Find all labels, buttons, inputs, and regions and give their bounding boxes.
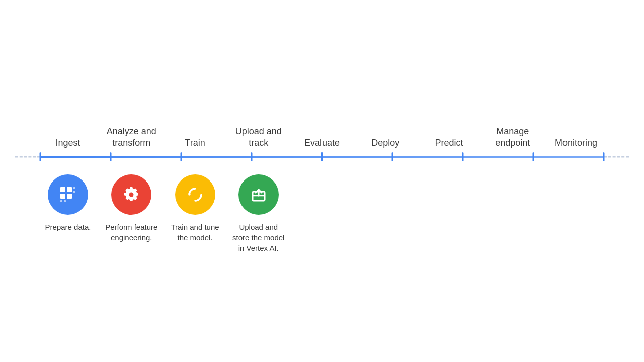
svg-rect-7 [64,200,66,202]
label-predict: Predict [422,137,477,149]
train-circle [175,174,215,215]
icon-item-analyze: Perform feature engineering. [104,174,159,243]
ingest-circle [48,174,88,215]
analyze-circle [111,174,151,215]
svg-point-8 [129,192,134,197]
label-upload: Upload and track [231,126,286,149]
tick-7 [533,152,534,161]
train-caption: Train and tune the model. [168,222,223,243]
gear-icon [121,185,141,205]
icon-item-train: Train and tune the model. [168,174,223,243]
icon-item-upload: Upload and store the model in Vertex AI. [231,174,286,253]
tick-4 [321,152,323,161]
svg-rect-4 [73,187,75,189]
labels-row: Ingest Analyze and transform Train Uploa… [20,109,624,149]
tick-0 [40,152,41,161]
diagram-container: Ingest Analyze and transform Train Uploa… [20,99,624,263]
tick-3 [251,152,253,161]
svg-rect-1 [67,187,72,192]
label-deploy: Deploy [358,137,413,149]
timeline-dash-left [15,156,40,157]
label-evaluate: Evaluate [294,137,350,149]
svg-rect-6 [60,200,62,202]
tick-2 [181,152,182,161]
svg-rect-0 [60,187,65,192]
timeline-row [40,149,604,164]
upload-caption: Upload and store the model in Vertex AI. [231,222,286,253]
tick-6 [462,152,464,161]
ingest-caption: Prepare data. [45,222,91,232]
icon-item-ingest: Prepare data. [40,174,96,232]
refresh-icon [185,185,205,205]
label-monitoring: Monitoring [548,137,604,149]
upload-box-icon [249,185,269,205]
svg-rect-5 [73,191,75,193]
tick-8 [603,152,605,161]
svg-rect-3 [67,194,72,199]
label-manage: Manage endpoint [485,126,540,149]
label-train: Train [168,137,223,149]
grid-icon [58,185,78,205]
tick-5 [392,152,393,161]
label-analyze: Analyze and transform [104,126,159,149]
icons-row: Prepare data. Perform feature engineerin… [20,174,624,253]
upload-circle [238,174,279,215]
tick-1 [110,152,112,161]
label-ingest: Ingest [40,137,96,149]
analyze-caption: Perform feature engineering. [104,222,159,243]
svg-rect-2 [60,194,65,199]
timeline-dash-right [604,156,629,157]
